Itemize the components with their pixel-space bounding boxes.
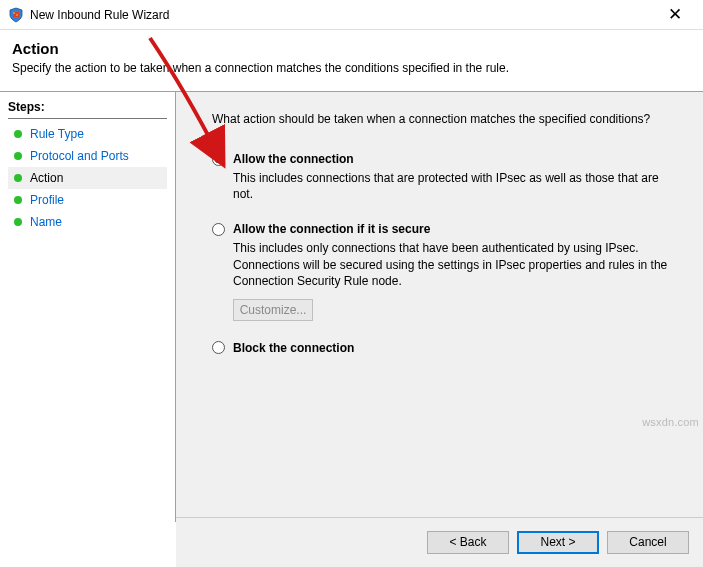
step-label: Profile [30, 193, 64, 207]
radio-allow-secure[interactable] [212, 223, 225, 236]
window-title: New Inbound Rule Wizard [30, 8, 655, 22]
step-bullet-icon [14, 196, 22, 204]
steps-sidebar: Steps: Rule Type Protocol and Ports Acti… [0, 92, 175, 522]
step-profile[interactable]: Profile [8, 189, 167, 211]
option-block: Block the connection [212, 341, 681, 355]
step-rule-type[interactable]: Rule Type [8, 123, 167, 145]
svg-rect-1 [13, 12, 15, 14]
option-title: Allow the connection if it is secure [233, 222, 430, 236]
firewall-icon [8, 7, 24, 23]
titlebar: New Inbound Rule Wizard ✕ [0, 0, 703, 30]
step-label: Protocol and Ports [30, 149, 129, 163]
step-label: Name [30, 215, 62, 229]
step-label: Rule Type [30, 127, 84, 141]
option-title: Block the connection [233, 341, 354, 355]
content-panel: What action should be taken when a conne… [175, 92, 703, 522]
next-button[interactable]: Next > [517, 531, 599, 554]
steps-title: Steps: [8, 98, 167, 119]
svg-rect-2 [16, 14, 18, 16]
step-name[interactable]: Name [8, 211, 167, 233]
action-question: What action should be taken when a conne… [212, 112, 681, 126]
step-bullet-icon [14, 130, 22, 138]
step-label: Action [30, 171, 63, 185]
step-bullet-icon [14, 218, 22, 226]
watermark: wsxdn.com [642, 416, 699, 428]
customize-button: Customize... [233, 299, 313, 321]
cancel-button[interactable]: Cancel [607, 531, 689, 554]
step-protocol-ports[interactable]: Protocol and Ports [8, 145, 167, 167]
radio-allow[interactable] [212, 153, 225, 166]
page-subtitle: Specify the action to be taken when a co… [12, 61, 691, 75]
wizard-footer: < Back Next > Cancel [176, 517, 703, 567]
back-button[interactable]: < Back [427, 531, 509, 554]
option-desc: This includes connections that are prote… [233, 170, 673, 202]
wizard-body: Steps: Rule Type Protocol and Ports Acti… [0, 92, 703, 522]
step-bullet-icon [14, 152, 22, 160]
page-header: Action Specify the action to be taken wh… [0, 30, 703, 91]
step-action[interactable]: Action [8, 167, 167, 189]
close-button[interactable]: ✕ [655, 4, 695, 25]
radio-block[interactable] [212, 341, 225, 354]
option-allow: Allow the connection This includes conne… [212, 152, 681, 202]
step-bullet-icon [14, 174, 22, 182]
option-desc: This includes only connections that have… [233, 240, 673, 289]
page-title: Action [12, 40, 691, 57]
option-allow-secure: Allow the connection if it is secure Thi… [212, 222, 681, 321]
option-title: Allow the connection [233, 152, 354, 166]
